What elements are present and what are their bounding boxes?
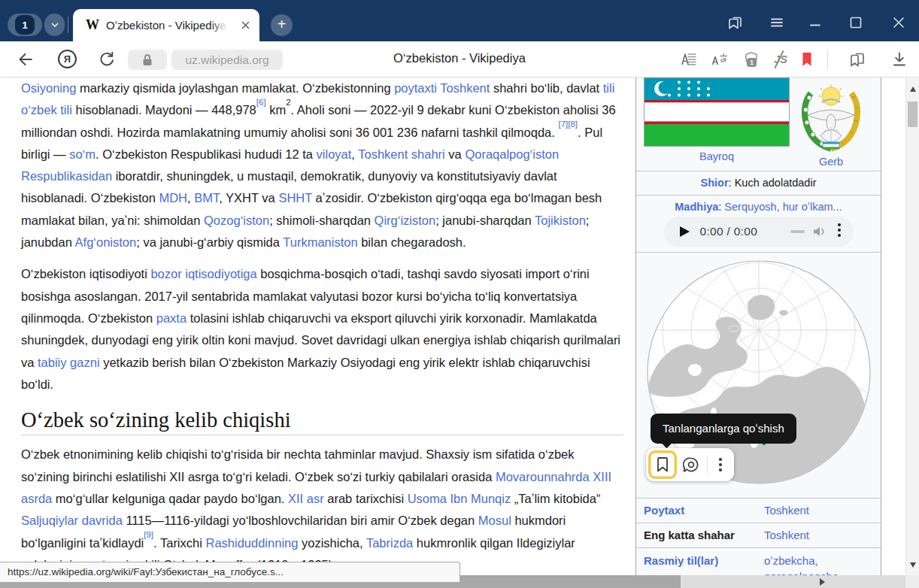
scroll-down-icon[interactable] <box>910 562 916 568</box>
back-icon[interactable] <box>17 50 35 68</box>
capital-value-link[interactable]: Toshkent <box>764 499 809 523</box>
bookmarks-panel-icon[interactable] <box>726 14 745 32</box>
hover-toolbar-divider <box>707 455 708 474</box>
article-link[interactable]: Saljuqiylar davrida <box>21 514 123 527</box>
motto-value: Kuch adolatdadir <box>735 177 817 189</box>
article-paragraph: Oʻzbekiston iqtisodiyoti bozor iqtisodiy… <box>21 263 623 396</box>
official-languages-label-link[interactable]: Rasmiy til(lar) <box>644 553 718 568</box>
section-heading: Oʻzbek soʻzining kelib chiqishi <box>21 409 623 435</box>
uzbekistan-flag-image[interactable] <box>644 77 790 147</box>
article-link[interactable]: Mosul <box>478 514 511 527</box>
article-link[interactable]: Qozogʻiston <box>204 214 269 227</box>
bookmark-icon <box>655 456 670 473</box>
emblem-caption-link[interactable]: Gerb <box>819 156 843 168</box>
motto-label-link[interactable]: Shior <box>701 177 729 189</box>
toolbar-divider <box>827 50 828 69</box>
capital-label-link[interactable]: Poytaxt <box>644 499 684 523</box>
article-link[interactable]: soʻm <box>69 147 96 161</box>
article-link[interactable]: paxta <box>156 311 187 325</box>
article-link[interactable]: Afgʻoniston <box>75 235 137 249</box>
titlebar: 1 W Oʻzbekiston - Vikipediya + <box>0 0 919 41</box>
article-link[interactable]: bozor iqtisodiyotiga <box>150 267 256 280</box>
tab-group-control[interactable]: 1 <box>8 14 65 36</box>
infobox-images-row: Bayroq <box>636 77 881 171</box>
article-link[interactable]: Toshkent shahri <box>358 147 445 161</box>
volume-icon[interactable] <box>811 224 828 239</box>
article-link[interactable]: MDH <box>159 191 187 205</box>
largest-city-value-link[interactable]: Toshkent <box>764 523 809 547</box>
translate-icon[interactable] <box>711 50 729 68</box>
titlebar-divider <box>68 17 68 33</box>
article-link[interactable]: Toshkent <box>440 81 490 95</box>
tab-group-dropdown[interactable] <box>44 14 65 36</box>
chevron-down-icon <box>50 20 60 30</box>
country-infobox: Bayroq <box>635 77 881 575</box>
blocked-count-badge: 1 <box>747 58 757 67</box>
reference-link[interactable]: [9] <box>144 530 153 539</box>
scroll-right-icon[interactable] <box>820 578 825 586</box>
javascript-disabled-icon[interactable]: JS <box>772 50 790 68</box>
article-link[interactable]: Tabrizda <box>366 536 413 550</box>
motto-row: Shior: Kuch adolatdadir <box>636 171 881 195</box>
flag-caption-link[interactable]: Bayroq <box>699 150 734 162</box>
close-icon <box>240 20 251 31</box>
article-body: Osiyoning markaziy qismida joylashgan ma… <box>21 77 623 575</box>
image-hover-toolbar <box>646 448 734 481</box>
article-link[interactable]: tabiiy gazni <box>38 356 100 369</box>
scrollbar-corner <box>905 575 919 588</box>
official-languages-value-link[interactable]: oʻzbekcha, qoraqalpoqcha <box>764 553 866 575</box>
minimize-icon[interactable] <box>806 14 824 32</box>
collections-icon[interactable] <box>848 50 866 68</box>
reference-link[interactable]: [6] <box>256 98 266 107</box>
seek-bar[interactable] <box>790 230 805 233</box>
reference-link[interactable]: [7][8] <box>558 120 578 129</box>
article-link[interactable]: Osiyoning <box>21 81 76 95</box>
lock-icon <box>140 53 155 68</box>
article-link[interactable]: XII asr <box>288 492 324 505</box>
article-link[interactable]: Rashiduddinning <box>205 536 298 550</box>
site-security-badge[interactable] <box>128 50 167 70</box>
table-row: Poytaxt Toshkent <box>636 499 881 523</box>
player-time: 0:00 / 0:00 <box>700 217 758 247</box>
protect-shield-icon[interactable]: 1 <box>742 50 760 68</box>
tooltip: Tanlanganlarga qoʻshish <box>651 414 796 444</box>
article-link[interactable]: BMT <box>194 191 219 205</box>
article-link[interactable]: Qirgʻiziston <box>375 214 436 227</box>
anthem-title-link[interactable]: Serquyosh, hur oʻlkam... <box>724 201 842 213</box>
new-tab-button[interactable]: + <box>271 14 293 36</box>
article-link[interactable]: Tojikiston <box>535 214 586 227</box>
more-options-button[interactable] <box>709 450 732 479</box>
tab-title-fade <box>211 18 232 35</box>
browser-window: 1 W Oʻzbekiston - Vikipediya + <box>0 0 919 588</box>
play-icon[interactable] <box>680 226 690 237</box>
tab-count-badge: 1 <box>15 15 35 35</box>
scroll-up-icon[interactable] <box>910 86 916 92</box>
address-bar[interactable]: uz.wikipedia.org <box>171 50 283 70</box>
tab-count-pill[interactable]: 1 <box>8 14 42 36</box>
bookmark-added-icon[interactable] <box>798 50 816 68</box>
location-map-cell: Tanlanganlarga qoʻshish <box>636 253 881 499</box>
anthem-label-link[interactable]: Madhiya <box>675 201 718 213</box>
player-menu-icon[interactable] <box>838 223 841 237</box>
article-link[interactable]: Turkmaniston <box>283 235 357 249</box>
window-close-icon[interactable] <box>890 14 908 32</box>
search-image-button[interactable] <box>677 450 705 479</box>
table-row: Rasmiy til(lar) oʻzbekcha, qoraqalpoqcha <box>636 548 881 575</box>
uzbekistan-emblem-image[interactable] <box>799 77 863 153</box>
article-link[interactable]: SHHT <box>278 191 312 205</box>
maximize-icon[interactable] <box>847 14 865 32</box>
vertical-scrollbar[interactable] <box>905 77 919 588</box>
add-to-favorites-button[interactable] <box>648 450 677 479</box>
vertical-scrollbar-thumb[interactable] <box>908 102 917 127</box>
image-search-icon <box>683 456 699 473</box>
article-link[interactable]: viloyat <box>317 147 352 161</box>
tab-close-button[interactable] <box>240 20 252 32</box>
article-link[interactable]: Usoma Ibn Munqiz <box>408 492 511 505</box>
refresh-icon[interactable] <box>98 50 116 68</box>
menu-icon[interactable] <box>768 14 786 32</box>
reader-mode-icon[interactable] <box>681 50 699 68</box>
browser-tab[interactable]: W Oʻzbekiston - Vikipediya <box>73 9 259 41</box>
yandex-logo-icon[interactable]: Я <box>58 50 77 68</box>
article-link[interactable]: poytaxti <box>394 81 437 95</box>
download-icon[interactable] <box>890 50 908 68</box>
